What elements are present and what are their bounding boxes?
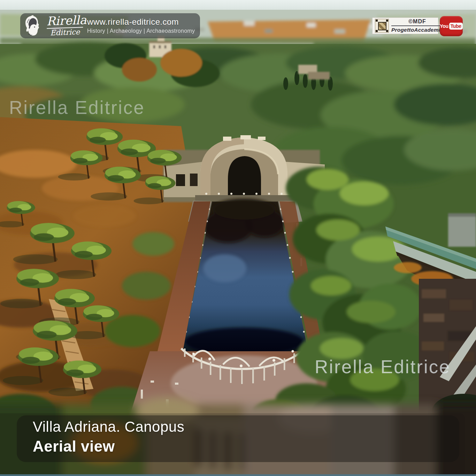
caption-title: Villa Adriana. Canopus <box>33 419 184 435</box>
mosaic-stamp-icon <box>375 19 389 33</box>
mdf-project-name: ProgettoAccademia <box>391 27 443 33</box>
athena-head-icon <box>23 15 43 37</box>
video-frame: Villa Adriana. Canopus Aerial view Rirel… <box>0 0 476 476</box>
mdf-copyright: ©MDF <box>391 19 443 26</box>
brand-name: Rirella <box>46 14 83 29</box>
mdf-text: ©MDF ProgettoAccademia <box>391 19 443 33</box>
mdf-badge: ©MDF ProgettoAccademia <box>372 17 438 34</box>
brand-text: www.rirella-editrice.com History | Archa… <box>87 17 195 34</box>
brand-subname: Editrice <box>47 28 83 38</box>
watermark-left: Rirella Editrice <box>9 97 145 118</box>
caption-subtitle: Aerial view <box>33 438 184 455</box>
player-progress-line <box>0 474 476 476</box>
caption: Villa Adriana. Canopus Aerial view <box>33 419 184 455</box>
aerial-photo-scene <box>0 0 476 476</box>
watermark-right: Rirella Editrice <box>315 356 451 377</box>
brand-wordmark: Rirella Editrice <box>46 14 83 38</box>
brand-badge: Rirella Editrice www.rirella-editrice.co… <box>20 13 200 38</box>
youtube-icon[interactable]: You Tube <box>440 16 463 36</box>
brand-tagline: History | Archaeology | Archaeoastronomy <box>87 28 195 34</box>
youtube-you-label: You <box>440 23 448 29</box>
youtube-tube-label: Tube <box>449 23 463 30</box>
website-link[interactable]: www.rirella-editrice.com <box>87 17 195 26</box>
